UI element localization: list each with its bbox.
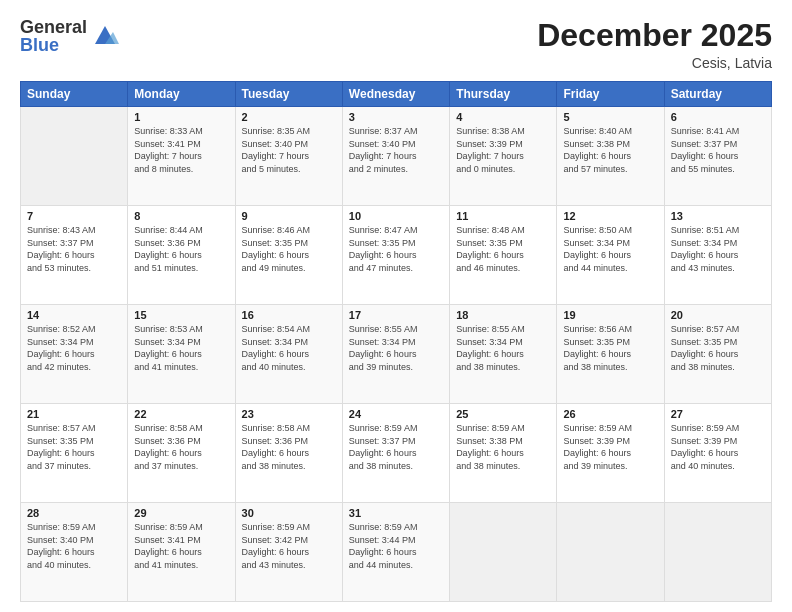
- header-row: SundayMondayTuesdayWednesdayThursdayFrid…: [21, 82, 772, 107]
- page: General Blue December 2025 Cesis, Latvia…: [0, 0, 792, 612]
- day-number: 19: [563, 309, 657, 321]
- day-info: Sunrise: 8:46 AM Sunset: 3:35 PM Dayligh…: [242, 224, 336, 274]
- calendar-cell: 30Sunrise: 8:59 AM Sunset: 3:42 PM Dayli…: [235, 503, 342, 602]
- day-number: 4: [456, 111, 550, 123]
- calendar-week-row: 14Sunrise: 8:52 AM Sunset: 3:34 PM Dayli…: [21, 305, 772, 404]
- day-info: Sunrise: 8:58 AM Sunset: 3:36 PM Dayligh…: [134, 422, 228, 472]
- calendar-week-row: 1Sunrise: 8:33 AM Sunset: 3:41 PM Daylig…: [21, 107, 772, 206]
- day-info: Sunrise: 8:59 AM Sunset: 3:41 PM Dayligh…: [134, 521, 228, 571]
- day-info: Sunrise: 8:40 AM Sunset: 3:38 PM Dayligh…: [563, 125, 657, 175]
- day-info: Sunrise: 8:59 AM Sunset: 3:39 PM Dayligh…: [671, 422, 765, 472]
- calendar-cell: 15Sunrise: 8:53 AM Sunset: 3:34 PM Dayli…: [128, 305, 235, 404]
- calendar-week-row: 21Sunrise: 8:57 AM Sunset: 3:35 PM Dayli…: [21, 404, 772, 503]
- day-number: 17: [349, 309, 443, 321]
- calendar-cell: 3Sunrise: 8:37 AM Sunset: 3:40 PM Daylig…: [342, 107, 449, 206]
- day-number: 24: [349, 408, 443, 420]
- day-of-week-header: Monday: [128, 82, 235, 107]
- day-info: Sunrise: 8:59 AM Sunset: 3:42 PM Dayligh…: [242, 521, 336, 571]
- day-number: 29: [134, 507, 228, 519]
- month-title: December 2025: [537, 18, 772, 53]
- calendar-cell: 7Sunrise: 8:43 AM Sunset: 3:37 PM Daylig…: [21, 206, 128, 305]
- calendar-week-row: 28Sunrise: 8:59 AM Sunset: 3:40 PM Dayli…: [21, 503, 772, 602]
- day-of-week-header: Saturday: [664, 82, 771, 107]
- day-number: 22: [134, 408, 228, 420]
- calendar-cell: [557, 503, 664, 602]
- header: General Blue December 2025 Cesis, Latvia: [20, 18, 772, 71]
- day-info: Sunrise: 8:55 AM Sunset: 3:34 PM Dayligh…: [456, 323, 550, 373]
- calendar-cell: 10Sunrise: 8:47 AM Sunset: 3:35 PM Dayli…: [342, 206, 449, 305]
- day-number: 8: [134, 210, 228, 222]
- calendar-cell: 23Sunrise: 8:58 AM Sunset: 3:36 PM Dayli…: [235, 404, 342, 503]
- day-info: Sunrise: 8:59 AM Sunset: 3:38 PM Dayligh…: [456, 422, 550, 472]
- day-info: Sunrise: 8:54 AM Sunset: 3:34 PM Dayligh…: [242, 323, 336, 373]
- day-number: 10: [349, 210, 443, 222]
- day-info: Sunrise: 8:41 AM Sunset: 3:37 PM Dayligh…: [671, 125, 765, 175]
- calendar-cell: 27Sunrise: 8:59 AM Sunset: 3:39 PM Dayli…: [664, 404, 771, 503]
- day-number: 23: [242, 408, 336, 420]
- day-number: 3: [349, 111, 443, 123]
- day-number: 18: [456, 309, 550, 321]
- day-info: Sunrise: 8:56 AM Sunset: 3:35 PM Dayligh…: [563, 323, 657, 373]
- calendar-cell: 26Sunrise: 8:59 AM Sunset: 3:39 PM Dayli…: [557, 404, 664, 503]
- day-info: Sunrise: 8:50 AM Sunset: 3:34 PM Dayligh…: [563, 224, 657, 274]
- day-info: Sunrise: 8:59 AM Sunset: 3:40 PM Dayligh…: [27, 521, 121, 571]
- day-info: Sunrise: 8:59 AM Sunset: 3:44 PM Dayligh…: [349, 521, 443, 571]
- day-info: Sunrise: 8:59 AM Sunset: 3:37 PM Dayligh…: [349, 422, 443, 472]
- day-number: 21: [27, 408, 121, 420]
- calendar-cell: 29Sunrise: 8:59 AM Sunset: 3:41 PM Dayli…: [128, 503, 235, 602]
- calendar-cell: 19Sunrise: 8:56 AM Sunset: 3:35 PM Dayli…: [557, 305, 664, 404]
- calendar-cell: 22Sunrise: 8:58 AM Sunset: 3:36 PM Dayli…: [128, 404, 235, 503]
- calendar-table: SundayMondayTuesdayWednesdayThursdayFrid…: [20, 81, 772, 602]
- calendar-cell: 12Sunrise: 8:50 AM Sunset: 3:34 PM Dayli…: [557, 206, 664, 305]
- calendar-cell: 6Sunrise: 8:41 AM Sunset: 3:37 PM Daylig…: [664, 107, 771, 206]
- day-info: Sunrise: 8:44 AM Sunset: 3:36 PM Dayligh…: [134, 224, 228, 274]
- day-of-week-header: Tuesday: [235, 82, 342, 107]
- calendar-cell: 20Sunrise: 8:57 AM Sunset: 3:35 PM Dayli…: [664, 305, 771, 404]
- calendar-cell: 31Sunrise: 8:59 AM Sunset: 3:44 PM Dayli…: [342, 503, 449, 602]
- calendar-cell: 16Sunrise: 8:54 AM Sunset: 3:34 PM Dayli…: [235, 305, 342, 404]
- day-info: Sunrise: 8:53 AM Sunset: 3:34 PM Dayligh…: [134, 323, 228, 373]
- day-number: 7: [27, 210, 121, 222]
- day-number: 12: [563, 210, 657, 222]
- day-info: Sunrise: 8:33 AM Sunset: 3:41 PM Dayligh…: [134, 125, 228, 175]
- day-number: 15: [134, 309, 228, 321]
- day-number: 1: [134, 111, 228, 123]
- calendar-cell: 18Sunrise: 8:55 AM Sunset: 3:34 PM Dayli…: [450, 305, 557, 404]
- calendar-cell: [21, 107, 128, 206]
- day-number: 2: [242, 111, 336, 123]
- logo-text: General Blue: [20, 18, 87, 54]
- day-number: 25: [456, 408, 550, 420]
- calendar-cell: 14Sunrise: 8:52 AM Sunset: 3:34 PM Dayli…: [21, 305, 128, 404]
- day-info: Sunrise: 8:43 AM Sunset: 3:37 PM Dayligh…: [27, 224, 121, 274]
- day-of-week-header: Thursday: [450, 82, 557, 107]
- location: Cesis, Latvia: [537, 55, 772, 71]
- day-number: 27: [671, 408, 765, 420]
- day-info: Sunrise: 8:58 AM Sunset: 3:36 PM Dayligh…: [242, 422, 336, 472]
- logo: General Blue: [20, 18, 119, 54]
- calendar-cell: 8Sunrise: 8:44 AM Sunset: 3:36 PM Daylig…: [128, 206, 235, 305]
- calendar-cell: 5Sunrise: 8:40 AM Sunset: 3:38 PM Daylig…: [557, 107, 664, 206]
- day-info: Sunrise: 8:35 AM Sunset: 3:40 PM Dayligh…: [242, 125, 336, 175]
- calendar-cell: 13Sunrise: 8:51 AM Sunset: 3:34 PM Dayli…: [664, 206, 771, 305]
- day-info: Sunrise: 8:57 AM Sunset: 3:35 PM Dayligh…: [27, 422, 121, 472]
- day-info: Sunrise: 8:51 AM Sunset: 3:34 PM Dayligh…: [671, 224, 765, 274]
- logo-general: General: [20, 18, 87, 36]
- calendar-cell: 11Sunrise: 8:48 AM Sunset: 3:35 PM Dayli…: [450, 206, 557, 305]
- day-of-week-header: Wednesday: [342, 82, 449, 107]
- day-info: Sunrise: 8:47 AM Sunset: 3:35 PM Dayligh…: [349, 224, 443, 274]
- calendar-cell: 4Sunrise: 8:38 AM Sunset: 3:39 PM Daylig…: [450, 107, 557, 206]
- calendar-cell: 28Sunrise: 8:59 AM Sunset: 3:40 PM Dayli…: [21, 503, 128, 602]
- day-number: 6: [671, 111, 765, 123]
- day-info: Sunrise: 8:37 AM Sunset: 3:40 PM Dayligh…: [349, 125, 443, 175]
- logo-blue: Blue: [20, 36, 87, 54]
- day-number: 13: [671, 210, 765, 222]
- calendar-week-row: 7Sunrise: 8:43 AM Sunset: 3:37 PM Daylig…: [21, 206, 772, 305]
- day-of-week-header: Sunday: [21, 82, 128, 107]
- calendar-cell: 17Sunrise: 8:55 AM Sunset: 3:34 PM Dayli…: [342, 305, 449, 404]
- day-number: 9: [242, 210, 336, 222]
- day-info: Sunrise: 8:57 AM Sunset: 3:35 PM Dayligh…: [671, 323, 765, 373]
- day-number: 30: [242, 507, 336, 519]
- day-of-week-header: Friday: [557, 82, 664, 107]
- day-number: 28: [27, 507, 121, 519]
- calendar-cell: [450, 503, 557, 602]
